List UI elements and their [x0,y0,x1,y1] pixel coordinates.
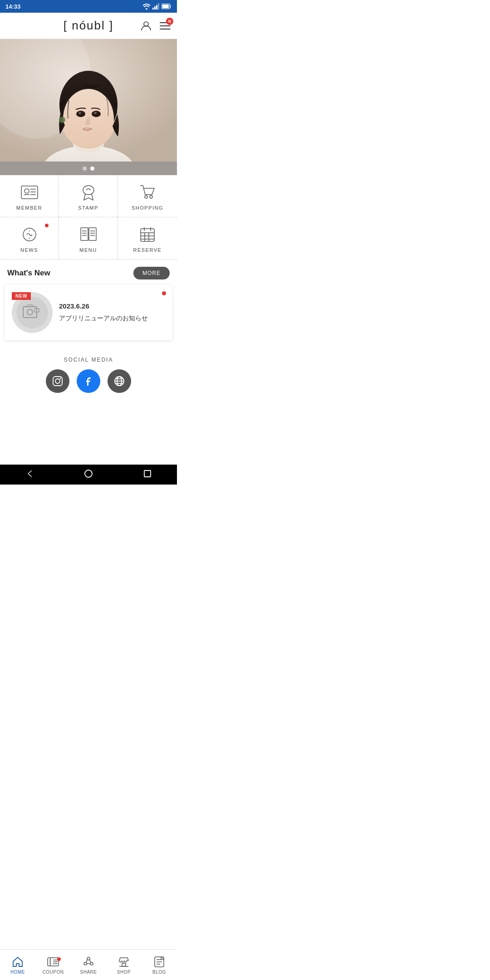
stamp-label: STAMP [78,205,98,211]
header: [ nóubl ] N [0,13,177,39]
svg-rect-43 [141,229,154,241]
grid-menu: MEMBER STAMP SHOPPING [0,175,177,260]
svg-rect-2 [154,6,156,10]
news-notification-dot [45,224,49,227]
stamp-icon [79,183,98,201]
new-badge: NEW [12,292,31,300]
menu-item-news[interactable]: NEWS [0,217,59,259]
svg-point-31 [150,196,152,198]
more-button[interactable]: MORE [133,267,170,279]
hamburger-menu-button[interactable]: N [159,20,172,32]
news-card[interactable]: NEW 2023.6.26 アプリリニューアルのお知らせ [5,285,172,340]
hero-banner[interactable] [0,39,177,162]
reserve-label: RESERVE [133,247,162,253]
menu-item-member[interactable]: MEMBER [0,175,59,217]
svg-point-57 [60,378,61,379]
news-text: アプリリニューアルのお知らせ [59,314,165,323]
svg-rect-4 [158,3,159,10]
status-icons [142,3,172,10]
whats-new-title: What's New [7,269,50,278]
carousel-dot-2[interactable] [90,167,94,171]
header-actions: N [140,20,172,32]
status-bar: 14:33 [0,0,177,13]
svg-rect-23 [21,186,38,199]
whats-new-section: What's New MORE [0,260,177,285]
svg-marker-84 [28,470,32,477]
shopping-label: SHOPPING [132,205,163,211]
svg-rect-1 [152,8,154,10]
facebook-button[interactable] [77,369,100,393]
news-date: 2023.6.26 [59,302,165,310]
svg-rect-6 [162,5,169,8]
app-logo: [ nóubl ] [64,19,114,33]
shopping-icon [138,183,157,201]
svg-point-0 [146,8,147,10]
svg-point-30 [145,196,147,198]
menu-item-stamp[interactable]: STAMP [59,175,118,217]
social-media-section: SOCIAL MEDIA [0,348,177,397]
member-label: MEMBER [16,205,42,211]
menu-item-menu[interactable]: MENU [59,217,118,259]
menu-item-shopping[interactable]: SHOPPING [118,175,177,217]
svg-rect-3 [156,5,157,10]
svg-point-21 [94,112,97,114]
svg-point-19 [92,111,101,117]
svg-rect-35 [81,228,88,240]
svg-point-22 [59,117,65,123]
news-content: 2023.6.26 アプリリニューアルのお知らせ [59,302,165,323]
news-unread-dot [162,291,166,295]
menu-item-reserve[interactable]: RESERVE [118,217,177,259]
svg-point-29 [83,186,94,195]
svg-rect-86 [144,470,151,477]
svg-point-85 [85,470,92,477]
news-icon [20,225,39,244]
android-home-button[interactable] [84,469,93,480]
social-icons [0,369,177,393]
carousel-dots [0,162,177,175]
android-nav [0,465,177,485]
carousel-dot-1[interactable] [83,167,87,171]
menu-book-icon [79,225,98,244]
reserve-icon [138,225,157,244]
member-icon [20,183,39,201]
status-time: 14:33 [5,3,20,10]
profile-button[interactable] [140,20,152,32]
svg-point-56 [55,379,60,383]
menu-notification-badge: N [166,18,173,25]
svg-point-20 [78,112,81,114]
news-thumbnail: NEW [12,292,53,333]
android-back-button[interactable] [25,469,34,480]
svg-point-18 [76,111,85,117]
svg-rect-36 [89,228,96,240]
news-label: NEWS [20,247,38,253]
svg-point-24 [24,189,29,193]
android-recent-button[interactable] [143,469,152,480]
instagram-button[interactable] [46,369,69,393]
menu-label: MENU [79,247,97,253]
social-media-title: SOCIAL MEDIA [0,357,177,363]
website-button[interactable] [108,369,131,393]
